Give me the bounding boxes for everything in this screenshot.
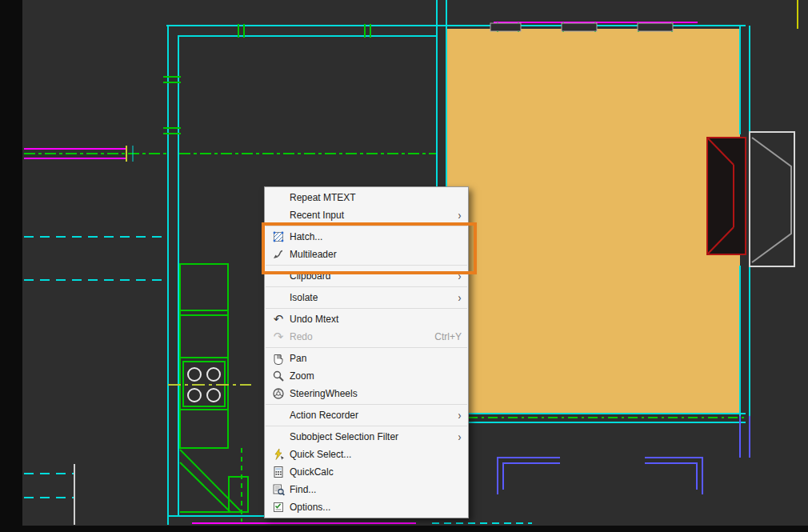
menu-separator [266,347,467,348]
menu-item-label: SteeringWheels [290,388,462,399]
pan-hand-icon [267,352,290,365]
hatch-icon [267,230,290,243]
blank-icon-slot [267,409,290,422]
submenu-arrow-icon: › [458,271,462,281]
find-icon [267,483,290,496]
menu-item-label: Quick Select... [290,449,462,460]
menu-item-label: Action Recorder [290,410,451,421]
menu-item-recent-input[interactable]: Recent Input › [265,206,468,224]
submenu-arrow-icon: › [458,210,462,220]
menu-item-find[interactable]: Find... [265,481,468,498]
menu-item-label: Multileader [290,249,462,260]
options-checklist-icon [267,501,290,514]
menu-item-multileader[interactable]: Multileader [265,246,468,263]
submenu-arrow-icon: › [458,410,462,420]
menu-item-shortcut: Ctrl+Y [434,331,462,342]
menu-item-label: Find... [290,484,462,495]
menu-item-redo[interactable]: ↷ Redo Ctrl+Y [265,328,468,346]
menu-item-label: Pan [290,353,462,364]
menu-item-quickcalc[interactable]: QuickCalc [265,463,468,481]
menu-item-clipboard[interactable]: Clipboard › [265,267,468,285]
submenu-arrow-icon: › [458,432,462,442]
menu-item-zoom[interactable]: Zoom [265,367,468,385]
multileader-icon [267,248,290,261]
menu-item-label: Hatch... [290,231,462,242]
blank-icon-slot [267,191,290,204]
menu-item-label: Repeat MTEXT [290,192,462,203]
menu-item-label: Clipboard [290,270,451,282]
quick-select-icon [267,448,290,461]
menu-item-repeat-mtext[interactable]: Repeat MTEXT [265,189,468,206]
bottom-edge-panel [0,526,808,532]
calculator-icon [267,466,290,478]
menu-item-label: Undo Mtext [290,314,462,325]
menu-item-label: Options... [290,502,462,513]
menu-separator [266,404,467,405]
autocad-drawing-window: Repeat MTEXT Recent Input › Hatch... Mul… [0,0,808,532]
blank-icon-slot [267,291,290,304]
hatch-filled-room[interactable] [446,29,740,414]
menu-item-hatch[interactable]: Hatch... [265,228,468,246]
menu-item-pan[interactable]: Pan [265,350,468,367]
menu-item-steeringwheels[interactable]: SteeringWheels [265,385,468,402]
steering-wheel-icon [267,387,290,400]
menu-separator [266,265,467,266]
menu-item-subobject-selection-filter[interactable]: Subobject Selection Filter › [265,428,468,446]
menu-item-label: Zoom [290,370,462,382]
menu-item-undo-mtext[interactable]: ↶ Undo Mtext [265,310,468,328]
blank-icon-slot [267,209,290,222]
left-edge-panel [0,0,22,532]
menu-item-label: QuickCalc [290,466,462,478]
menu-item-label: Isolate [290,292,451,303]
menu-separator [266,308,467,309]
menu-separator [266,426,467,426]
undo-icon: ↶ [267,313,290,326]
menu-item-isolate[interactable]: Isolate › [265,289,468,306]
menu-item-options[interactable]: Options... [265,498,468,516]
menu-item-label: Recent Input [290,210,451,221]
blank-icon-slot [267,270,290,282]
menu-item-quick-select[interactable]: Quick Select... [265,446,468,463]
context-menu: Repeat MTEXT Recent Input › Hatch... Mul… [264,186,469,518]
menu-separator [266,226,467,226]
menu-item-label: Subobject Selection Filter [290,431,451,442]
menu-item-label: Redo [290,331,428,342]
menu-separator [266,286,467,287]
window-breaks [490,23,673,31]
menu-item-action-recorder[interactable]: Action Recorder › [265,406,468,424]
redo-icon: ↷ [267,330,290,343]
blank-icon-slot [267,430,290,443]
zoom-magnifier-icon [267,370,290,382]
submenu-arrow-icon: › [458,293,462,302]
